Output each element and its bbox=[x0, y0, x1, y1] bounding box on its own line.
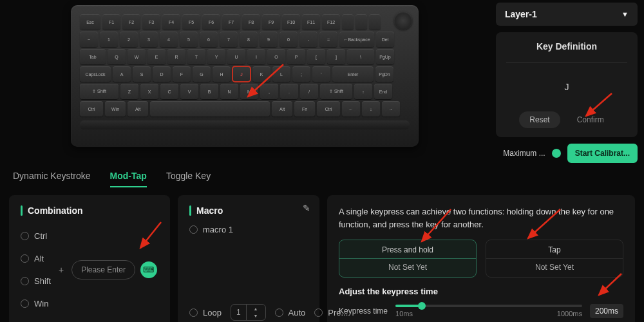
key-blank[interactable] bbox=[355, 14, 367, 30]
key-V[interactable]: V bbox=[180, 84, 198, 99]
key-=[interactable]: = bbox=[319, 32, 337, 47]
keyboard-picker-button[interactable]: ⌨ bbox=[140, 261, 157, 278]
key-T[interactable]: T bbox=[187, 49, 205, 64]
key-⇧ Shift[interactable]: ⇧ Shift bbox=[80, 84, 118, 99]
tab-dynamic-keystroke[interactable]: Dynamic Keystroke bbox=[13, 171, 91, 187]
modifier-win[interactable]: Win bbox=[21, 299, 51, 308]
key-blank[interactable] bbox=[150, 101, 270, 117]
key-L[interactable]: L bbox=[272, 66, 290, 82]
key-↓[interactable]: ↓ bbox=[362, 101, 380, 117]
modifier-shift[interactable]: Shift bbox=[21, 276, 51, 286]
key-0[interactable]: 0 bbox=[279, 32, 298, 47]
key-F8[interactable]: F8 bbox=[242, 14, 260, 30]
key-5[interactable]: 5 bbox=[180, 32, 198, 47]
loop-count-stepper[interactable]: 1 ▲▼ bbox=[231, 304, 266, 321]
key-J[interactable]: J bbox=[232, 66, 251, 82]
key-N[interactable]: N bbox=[220, 84, 238, 99]
key-⇧ Shift[interactable]: ⇧ Shift bbox=[320, 84, 352, 99]
key-\[interactable]: \ bbox=[347, 49, 374, 64]
key-9[interactable]: 9 bbox=[260, 32, 278, 47]
key-Alt[interactable]: Alt bbox=[272, 101, 292, 117]
key-F12[interactable]: F12 bbox=[322, 14, 340, 30]
key-][interactable]: ] bbox=[327, 49, 345, 64]
tap-box[interactable]: Tap Not Set Yet bbox=[486, 240, 623, 278]
key-←[interactable]: ← bbox=[342, 101, 360, 117]
key-K[interactable]: K bbox=[252, 66, 270, 82]
key-X[interactable]: X bbox=[140, 84, 158, 99]
key-D[interactable]: D bbox=[153, 66, 171, 82]
combination-key-input[interactable]: Please Enter bbox=[71, 260, 135, 279]
key-.[interactable]: . bbox=[280, 84, 298, 99]
key-6[interactable]: 6 bbox=[200, 32, 218, 47]
key-P[interactable]: P bbox=[287, 49, 305, 64]
key-/[interactable]: / bbox=[300, 84, 318, 99]
key-F2[interactable]: F2 bbox=[122, 14, 140, 30]
macro-pre-option[interactable]: Pre... bbox=[314, 308, 348, 317]
key-←Backspace[interactable]: ←Backspace bbox=[339, 32, 374, 47]
key-Esc[interactable]: Esc bbox=[80, 14, 100, 30]
key-F9[interactable]: F9 bbox=[262, 14, 280, 30]
key-S[interactable]: S bbox=[133, 66, 151, 82]
key-Enter[interactable]: Enter bbox=[332, 66, 374, 82]
key-End[interactable]: End bbox=[374, 84, 392, 99]
key-7[interactable]: 7 bbox=[220, 32, 238, 47]
key-F6[interactable]: F6 bbox=[202, 14, 220, 30]
key-R[interactable]: R bbox=[167, 49, 185, 64]
macro-item[interactable]: macro 1 bbox=[189, 225, 308, 234]
key-Q[interactable]: Q bbox=[108, 49, 126, 64]
key-Ctrl[interactable]: Ctrl bbox=[80, 101, 103, 117]
key-I[interactable]: I bbox=[247, 49, 265, 64]
key-A[interactable]: A bbox=[113, 66, 131, 82]
key-Y[interactable]: Y bbox=[207, 49, 225, 64]
key-CapsLock[interactable]: CapsLock bbox=[80, 66, 111, 82]
key-G[interactable]: G bbox=[193, 66, 211, 82]
key-1[interactable]: 1 bbox=[100, 32, 118, 47]
reset-button[interactable]: Reset bbox=[519, 111, 560, 128]
rotary-knob[interactable] bbox=[394, 12, 412, 30]
key-↑[interactable]: ↑ bbox=[354, 84, 372, 99]
key-PgDn[interactable]: PgDn bbox=[375, 66, 393, 82]
key-F11[interactable]: F11 bbox=[302, 14, 320, 30]
key-U[interactable]: U bbox=[227, 49, 245, 64]
key--[interactable]: - bbox=[299, 32, 317, 47]
key-F3[interactable]: F3 bbox=[142, 14, 160, 30]
key-W[interactable]: W bbox=[128, 49, 146, 64]
key-H[interactable]: H bbox=[213, 66, 231, 82]
edit-icon[interactable]: ✎ bbox=[303, 203, 310, 213]
key-;[interactable]: ; bbox=[292, 66, 310, 82]
tab-mod-tap[interactable]: Mod-Tap bbox=[110, 171, 147, 187]
key-PgUp[interactable]: PgUp bbox=[376, 49, 394, 64]
macro-auto-option[interactable]: Auto bbox=[275, 308, 306, 317]
press-hold-box[interactable]: Press and hold Not Set Yet bbox=[339, 240, 477, 278]
confirm-button[interactable]: Confirm bbox=[567, 111, 614, 128]
key-Ctrl[interactable]: Ctrl bbox=[317, 101, 340, 117]
key-Win[interactable]: Win bbox=[105, 101, 126, 117]
keypress-value[interactable]: 200ms bbox=[590, 304, 623, 318]
tab-toggle-key[interactable]: Toggle Key bbox=[166, 171, 211, 187]
keyboard-visual[interactable]: EscF1F2F3F4F5F6F7F8F9F10F11F12~123456789… bbox=[71, 5, 419, 147]
key-Z[interactable]: Z bbox=[120, 84, 138, 99]
key-,[interactable]: , bbox=[260, 84, 278, 99]
keypress-slider[interactable] bbox=[395, 305, 582, 307]
key-E[interactable]: E bbox=[147, 49, 166, 64]
key-Del[interactable]: Del bbox=[376, 32, 394, 47]
key-F10[interactable]: F10 bbox=[282, 14, 300, 30]
key-blank[interactable] bbox=[342, 14, 354, 30]
modifier-ctrl[interactable]: Ctrl bbox=[21, 231, 51, 241]
key-[[interactable]: [ bbox=[307, 49, 325, 64]
key-2[interactable]: 2 bbox=[120, 32, 138, 47]
key-3[interactable]: 3 bbox=[140, 32, 158, 47]
layer-dropdown[interactable]: Layer-1 ▼ bbox=[496, 3, 638, 26]
maximum-toggle[interactable] bbox=[552, 149, 561, 158]
key-F7[interactable]: F7 bbox=[222, 14, 240, 30]
key-F1[interactable]: F1 bbox=[102, 14, 120, 30]
key-~[interactable]: ~ bbox=[80, 32, 98, 47]
macro-loop-option[interactable]: Loop bbox=[189, 308, 222, 317]
key-4[interactable]: 4 bbox=[160, 32, 178, 47]
key-blank[interactable] bbox=[369, 14, 381, 30]
key-C[interactable]: C bbox=[160, 84, 178, 99]
key-B[interactable]: B bbox=[200, 84, 218, 99]
key-'[interactable]: ' bbox=[312, 66, 330, 82]
key-O[interactable]: O bbox=[267, 49, 285, 64]
key-F4[interactable]: F4 bbox=[162, 14, 180, 30]
